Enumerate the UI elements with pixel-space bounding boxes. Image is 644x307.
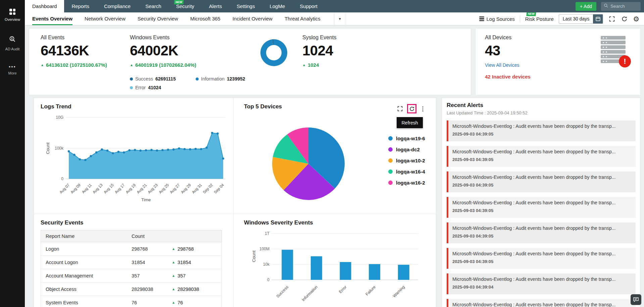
view-all-devices-link[interactable]: View All Devices xyxy=(485,62,519,68)
refresh-icon-highlighted[interactable] xyxy=(407,104,416,113)
top-tab-reports[interactable]: Reports xyxy=(64,0,97,12)
top-tab-support[interactable]: Support xyxy=(292,0,325,12)
search-icon xyxy=(604,3,608,9)
expand-icon[interactable] xyxy=(396,105,404,112)
date-range-select[interactable]: Last 30 days xyxy=(559,14,603,24)
security-events-row[interactable]: Logon298768▲298768 xyxy=(41,242,222,256)
top-tab-settings[interactable]: Settings xyxy=(229,0,262,12)
legend-value: 1239952 xyxy=(227,76,245,82)
security-events-row[interactable]: Account Management357▲357 xyxy=(41,269,222,283)
alert-item[interactable]: Microsoft-Windows-Eventlog : Audit event… xyxy=(447,171,636,192)
top-tab-search[interactable]: Search xyxy=(138,0,169,12)
alert-item[interactable]: Microsoft-Windows-Eventlog : Audit event… xyxy=(447,222,636,243)
stat-change: ▲ 1024 xyxy=(302,62,336,68)
stat-value: 43 xyxy=(485,43,531,58)
pie-legend-item[interactable]: logqa-w19-6 xyxy=(388,136,425,141)
stat-label: All Events xyxy=(41,35,107,41)
chat-icon xyxy=(633,296,639,303)
alert-item[interactable]: Microsoft-Windows-Eventlog : Audit event… xyxy=(447,248,636,269)
top-tab-dashboard[interactable]: Dashboard xyxy=(25,0,64,12)
overview-tabs: Events OverviewNetwork OverviewSecurity … xyxy=(32,12,333,25)
calendar-icon[interactable] xyxy=(593,14,603,23)
windows-severity-bar-chart: 1T100M10k0SuccessInformationErrorFailure… xyxy=(249,229,423,307)
log-sources-button[interactable]: Log Sources xyxy=(479,16,515,22)
overview-tab-threat-analytics[interactable]: Threat Analytics xyxy=(285,12,320,25)
alert-item[interactable]: Microsoft-Windows-Eventlog : Audit event… xyxy=(447,197,636,218)
tab-label: Support xyxy=(300,3,317,9)
alert-message: Microsoft-Windows-Eventlog : Audit event… xyxy=(452,149,632,154)
logs-trend-title: Logs Trend xyxy=(41,103,71,110)
windows-severity-title: Windows Severity Events xyxy=(244,219,313,226)
overview-tab-events-overview[interactable]: Events Overview xyxy=(32,12,72,25)
alert-item[interactable]: Microsoft-Windows-Eventlog : Audit event… xyxy=(447,146,636,167)
top-tab-alerts[interactable]: Alerts xyxy=(202,0,229,12)
pie-legend-item[interactable]: logqa-dc2 xyxy=(388,147,425,152)
new-badge: NEW xyxy=(174,0,184,4)
risk-posture-button[interactable]: NEW Risk Posture xyxy=(525,16,554,22)
donut-legend-item: Success62691115 xyxy=(130,76,196,82)
top-tab-compliance[interactable]: Compliance xyxy=(97,0,138,12)
top-tab-logme[interactable]: LogMe xyxy=(262,0,292,12)
top-tab-security[interactable]: SecurityNEW xyxy=(169,0,202,12)
log-sources-icon xyxy=(479,16,484,21)
up-arrow-icon: ▲ xyxy=(172,261,175,264)
feedback-chat-button[interactable] xyxy=(631,294,641,305)
donut-legend-item: Information1239952 xyxy=(196,76,245,82)
legend-label: Information xyxy=(201,76,225,82)
svg-text:10G: 10G xyxy=(56,115,63,120)
tab-label: Incident Overview xyxy=(233,16,273,21)
alert-message: Microsoft-Windows-Eventlog : Audit event… xyxy=(452,276,632,282)
add-button[interactable]: + Add xyxy=(576,2,596,11)
windows-events-stat: Windows Events 64002K ▲ 64001919 (107026… xyxy=(130,35,196,68)
sidebar-item-more[interactable]: ••• More xyxy=(0,64,25,76)
overview-grid-icon xyxy=(9,9,15,15)
last-updated-text: Last Updated Time : 2025-09-04 19:50:52 xyxy=(447,110,636,115)
report-name: Object Access xyxy=(41,287,132,292)
report-name: Account Logon xyxy=(41,260,132,265)
more-tabs-dropdown[interactable]: ▾ xyxy=(334,12,346,25)
sidebar-item-label: More xyxy=(8,71,16,75)
global-search[interactable] xyxy=(601,2,641,11)
pie-legend-item[interactable]: logqa-w16-2 xyxy=(388,180,425,186)
up-arrow-icon: ▲ xyxy=(302,63,306,67)
sidebar-item-ad-audit[interactable]: AD Audit xyxy=(0,34,25,52)
svg-text:Failure: Failure xyxy=(364,285,377,297)
search-input[interactable] xyxy=(610,4,636,9)
fullscreen-icon[interactable] xyxy=(608,15,615,22)
syslog-events-stat: Syslog Events 1024 ▲ 1024 xyxy=(302,35,336,68)
date-range-value: Last 30 days xyxy=(559,14,593,23)
log-sources-label: Log Sources xyxy=(487,16,515,22)
svg-text:Warning: Warning xyxy=(392,285,406,298)
report-change: ▲31854 xyxy=(172,260,191,265)
stat-change-value: 1024 xyxy=(308,62,319,68)
sidebar-item-overview[interactable]: Overview xyxy=(0,7,25,23)
overview-tab-incident-overview[interactable]: Incident Overview xyxy=(233,12,273,25)
report-count: 31854 xyxy=(132,260,172,265)
overview-tab-microsoft-365[interactable]: Microsoft 365 xyxy=(190,12,220,25)
column-count: Count xyxy=(132,234,172,239)
alerts-list: Microsoft-Windows-Eventlog : Audit event… xyxy=(447,120,636,307)
svg-text:Aug 25: Aug 25 xyxy=(158,183,169,194)
risk-posture-label: Risk Posture xyxy=(525,16,554,22)
pie-legend-item[interactable]: logqa-w10-2 xyxy=(388,158,425,163)
stat-value: 64002K xyxy=(130,43,196,58)
kebab-menu-icon[interactable]: ⋮ xyxy=(420,105,426,112)
security-events-row[interactable]: Object Access28298038▲28298038 xyxy=(41,283,222,296)
security-events-row[interactable]: Account Logon31854▲31854 xyxy=(41,256,222,269)
pie-legend-item[interactable]: logqa-w16-4 xyxy=(388,169,425,174)
up-arrow-icon: ▲ xyxy=(172,301,175,304)
security-events-row[interactable]: System Events76▲76 xyxy=(41,296,222,307)
legend-label: logqa-w16-4 xyxy=(396,169,425,174)
alert-item[interactable]: Microsoft-Windows-Eventlog : Audit event… xyxy=(447,299,636,307)
overview-tab-network-overview[interactable]: Network Overview xyxy=(85,12,126,25)
divider xyxy=(34,214,436,214)
refresh-icon[interactable] xyxy=(621,15,628,22)
alert-item[interactable]: Microsoft-Windows-Eventlog : Audit event… xyxy=(447,273,636,294)
alert-item[interactable]: Microsoft-Windows-Eventlog : Audit event… xyxy=(447,120,636,141)
alert-time: 2025-09-03 04:39:05 xyxy=(452,208,632,213)
report-name: Account Management xyxy=(41,273,132,278)
settings-gear-icon[interactable]: ⚙ xyxy=(633,15,639,22)
security-events-title: Security Events xyxy=(41,219,84,226)
overview-tab-security-overview[interactable]: Security Overview xyxy=(138,12,178,25)
alert-time: 2025-09-03 04:39:05 xyxy=(452,132,632,137)
